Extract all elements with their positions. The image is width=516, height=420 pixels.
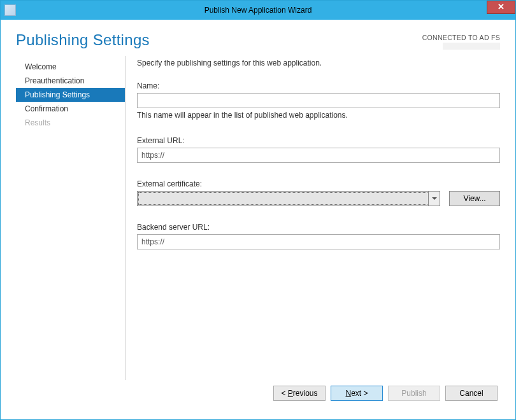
sidebar-item-welcome[interactable]: Welcome — [16, 60, 125, 74]
sidebar-item-label: Preauthentication — [25, 76, 84, 85]
cert-row: View... — [137, 191, 500, 206]
sidebar: Welcome Preauthentication Publishing Set… — [16, 56, 125, 380]
header-row: Publishing Settings CONNECTED TO AD FS — [6, 25, 510, 56]
name-note: This name will appear in the list of pub… — [137, 111, 500, 120]
previous-button[interactable]: < Previous — [273, 386, 326, 401]
cancel-button[interactable]: Cancel — [445, 386, 498, 401]
backend-url-input[interactable] — [137, 234, 500, 249]
name-input[interactable] — [137, 93, 500, 108]
external-cert-label: External certificate: — [137, 179, 500, 188]
sidebar-item-label: Welcome — [25, 62, 57, 71]
titlebar: Publish New Application Wizard ✕ — [1, 1, 515, 20]
form-area: Specify the publishing settings for this… — [125, 56, 500, 380]
backend-url-label: Backend server URL: — [137, 223, 500, 232]
sidebar-item-results: Results — [16, 116, 125, 130]
app-icon — [4, 4, 16, 16]
wizard-body: Publishing Settings CONNECTED TO AD FS W… — [6, 25, 510, 414]
next-button[interactable]: Next > — [331, 386, 383, 401]
sidebar-item-publishing-settings[interactable]: Publishing Settings — [16, 88, 125, 102]
name-label: Name: — [137, 81, 500, 90]
sidebar-item-label: Publishing Settings — [25, 90, 90, 99]
form-intro: Specify the publishing settings for this… — [137, 59, 500, 67]
external-cert-select[interactable] — [137, 191, 440, 206]
sidebar-item-preauth[interactable]: Preauthentication — [16, 74, 125, 88]
sidebar-item-label: Results — [25, 118, 50, 127]
footer: < Previous Next > Publish Cancel — [6, 380, 510, 414]
page-heading: Publishing Settings — [16, 31, 150, 49]
connection-status-detail — [443, 43, 500, 50]
close-icon: ✕ — [498, 2, 505, 11]
chevron-down-icon — [428, 192, 440, 206]
publish-button: Publish — [388, 386, 440, 401]
wizard-window: Publish New Application Wizard ✕ Publish… — [0, 0, 516, 420]
sidebar-item-confirmation[interactable]: Confirmation — [16, 102, 125, 116]
close-button[interactable]: ✕ — [487, 1, 515, 14]
window-title: Publish New Application Wizard — [1, 6, 515, 15]
sidebar-item-label: Confirmation — [25, 104, 68, 113]
connection-status-text: CONNECTED TO AD FS — [422, 34, 500, 41]
external-url-input[interactable] — [137, 148, 500, 163]
external-url-label: External URL: — [137, 136, 500, 145]
connection-status: CONNECTED TO AD FS — [422, 31, 500, 50]
view-cert-button[interactable]: View... — [449, 191, 500, 206]
body-row: Welcome Preauthentication Publishing Set… — [6, 56, 510, 380]
